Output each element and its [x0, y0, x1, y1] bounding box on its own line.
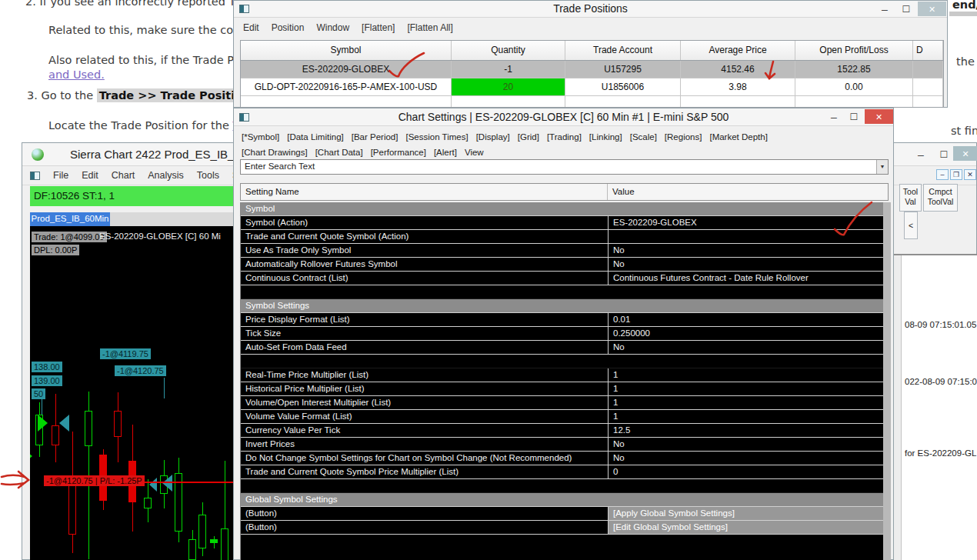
- setting-value[interactable]: ES-202209-GLOBEX: [608, 216, 883, 229]
- setting-value[interactable]: 0.01: [608, 313, 883, 326]
- toolbar-button-tool-val[interactable]: Tool Val: [899, 184, 922, 212]
- maximize-button[interactable]: ☐: [896, 2, 916, 15]
- setting-row-tick-size[interactable]: Tick Size0.250000: [241, 327, 883, 341]
- menu-item-analysis[interactable]: Analysis: [148, 170, 184, 181]
- doc-link[interactable]: and Used.: [48, 68, 105, 81]
- menu-item-linking[interactable]: [Linking]: [589, 132, 622, 142]
- setting-value[interactable]: 1: [608, 368, 883, 382]
- trade-positions-titlebar[interactable]: Trade Positions – ☐ ✕: [234, 1, 947, 18]
- column-header-trade-account[interactable]: Trade Account: [565, 41, 681, 60]
- message-log-panel[interactable]: 08-09 07:15:01.05022-08-09 07:15:0for ES…: [892, 255, 977, 560]
- close-button[interactable]: ✕: [865, 109, 893, 124]
- cell-d: [913, 61, 943, 78]
- setting-row-auto-set-from-data-feed[interactable]: Auto-Set From Data FeedNo: [241, 341, 883, 355]
- settings-scrollbar[interactable]: [883, 202, 891, 560]
- setting-value[interactable]: No: [608, 244, 883, 257]
- setting-button[interactable]: [Edit Global Symbol Settings]: [608, 521, 883, 534]
- setting-value[interactable]: 1: [608, 382, 883, 395]
- menu-item-regions[interactable]: [Regions]: [665, 132, 702, 142]
- chart-area[interactable]: Trade: 1@4099.00ES-202209-GLOBEX [C] 60 …: [30, 226, 234, 560]
- menu-item-display[interactable]: [Display]: [476, 132, 510, 142]
- column-header-symbol[interactable]: Symbol: [241, 41, 452, 60]
- menu-item-edit[interactable]: Edit: [243, 22, 259, 33]
- maximize-button[interactable]: ☐: [934, 147, 954, 162]
- menu-item-scale[interactable]: [Scale]: [630, 132, 657, 142]
- minimize-button[interactable]: –: [911, 147, 931, 162]
- chart-tab[interactable]: Prod_ES_IB_60Min: [30, 212, 110, 226]
- table-row[interactable]: ES-202209-GLOBEX-1U1572954152.461522.85: [241, 61, 943, 78]
- menu-item-chart-data[interactable]: [Chart Data]: [315, 148, 363, 157]
- menu-item-edit[interactable]: Edit: [82, 170, 98, 181]
- mdi-minimize-button[interactable]: –: [936, 169, 949, 180]
- menu-item-trading[interactable]: [Trading]: [547, 132, 582, 142]
- setting-value[interactable]: No: [608, 341, 883, 354]
- column-header-d[interactable]: D: [913, 41, 943, 60]
- close-button[interactable]: ✕: [953, 146, 977, 161]
- menu-item-chart-drawings[interactable]: [Chart Drawings]: [242, 148, 308, 157]
- setting-row-volume-value-format-list[interactable]: Volume Value Format (List)1: [241, 410, 883, 424]
- setting-row-price-display-format-list[interactable]: Price Display Format (List)0.01: [241, 313, 883, 327]
- chart-settings-titlebar[interactable]: Chart Settings | ES-202209-GLOBEX [C] 60…: [234, 108, 893, 126]
- setting-value[interactable]: No: [608, 258, 883, 271]
- setting-value[interactable]: 0.250000: [608, 327, 883, 340]
- setting-button[interactable]: [Apply Global Symbol Settings]: [608, 507, 883, 520]
- minimize-button[interactable]: –: [825, 111, 843, 123]
- setting-row-automatically-rollover-futures-symbol[interactable]: Automatically Rollover Futures SymbolNo: [241, 258, 883, 272]
- setting-row-button[interactable]: (Button)[Edit Global Symbol Settings]: [241, 521, 883, 535]
- menu-item-tools[interactable]: Tools: [197, 170, 219, 181]
- setting-row-historical-price-multiplier-list[interactable]: Historical Price Multiplier (List)1: [241, 382, 883, 396]
- setting-value[interactable]: No: [608, 452, 883, 465]
- toolbar-button-cmpct-toolval[interactable]: Cmpct ToolVal: [923, 184, 958, 212]
- setting-value[interactable]: 1: [608, 410, 883, 423]
- setting-row-trade-and-current-quote-symbol-price-multiplier-list[interactable]: Trade and Current Quote Symbol Price Mul…: [241, 465, 883, 479]
- setting-row-trade-and-current-quote-symbol-action[interactable]: Trade and Current Quote Symbol (Action): [241, 230, 883, 244]
- doc-text: 3. Go to the Trade >> Trade Positio: [27, 89, 245, 102]
- menu-item-alert[interactable]: [Alert]: [434, 148, 457, 157]
- menu-item-chart[interactable]: Chart: [112, 170, 135, 181]
- minimize-button[interactable]: –: [875, 2, 895, 15]
- dropdown-arrow-icon[interactable]: ▼: [876, 160, 888, 174]
- setting-row-currency-value-per-tick[interactable]: Currency Value Per Tick12.5: [241, 424, 883, 438]
- setting-row-continuous-contract-list[interactable]: Continuous Contract (List)Continuous Fut…: [241, 272, 883, 285]
- setting-row-symbol-action[interactable]: Symbol (Action)ES-202209-GLOBEX: [241, 216, 883, 230]
- setting-row-use-as-trade-only-symbol[interactable]: Use As Trade Only SymbolNo: [241, 244, 883, 258]
- menu-item-data-limiting[interactable]: [Data Limiting]: [287, 132, 344, 142]
- marker-triangle-left: [162, 475, 172, 492]
- search-combo[interactable]: Enter Search Text ▼: [240, 159, 889, 175]
- column-header-quantity[interactable]: Quantity: [452, 41, 565, 60]
- menu-item-flatten[interactable]: [Flatten]: [362, 22, 395, 33]
- mdi-restore-button[interactable]: ❐: [950, 169, 962, 180]
- table-row[interactable]: [241, 96, 943, 108]
- close-button[interactable]: ✕: [918, 2, 946, 16]
- column-header-open-profit-loss[interactable]: Open Profit/Loss: [795, 41, 913, 60]
- menu-item-performance[interactable]: [Performance]: [371, 148, 426, 157]
- setting-row-invert-prices[interactable]: Invert PricesNo: [241, 438, 883, 452]
- setting-name: (Button): [241, 507, 608, 520]
- mdi-close-button[interactable]: ✕: [964, 169, 976, 180]
- setting-row-button[interactable]: (Button)[Apply Global Symbol Settings]: [241, 507, 883, 521]
- setting-value[interactable]: 0: [608, 465, 883, 478]
- setting-value[interactable]: 1: [608, 396, 883, 409]
- setting-row-real-time-price-multiplier-list[interactable]: Real-Time Price Multiplier (List)1: [241, 368, 883, 382]
- menu-item-symbol[interactable]: [*Symbol]: [242, 132, 279, 142]
- menu-item-flatten-all[interactable]: [Flatten All]: [407, 22, 452, 33]
- menu-item-window[interactable]: Window: [316, 22, 349, 33]
- setting-value[interactable]: No: [608, 438, 883, 451]
- setting-value[interactable]: [608, 230, 883, 243]
- menu-item-view[interactable]: View: [465, 148, 484, 157]
- table-row[interactable]: GLD-OPT-20220916-165-P-AMEX-100-USD20U18…: [241, 78, 943, 96]
- menu-item-file[interactable]: File: [53, 170, 68, 181]
- setting-value[interactable]: Continuous Futures Contract - Date Rule …: [608, 272, 883, 285]
- menu-item-grid[interactable]: [Grid]: [518, 132, 539, 142]
- setting-row-do-not-change-symbol-settings-for-chart-on-symbol-change-not-recommended[interactable]: Do Not Change Symbol Settings for Chart …: [241, 452, 883, 465]
- menu-item-bar-period[interactable]: [Bar Period]: [352, 132, 398, 142]
- nav-left-button[interactable]: <: [904, 212, 918, 239]
- menu-item-market-depth[interactable]: [Market Depth]: [709, 132, 767, 142]
- menu-item-session-times[interactable]: [Session Times]: [405, 132, 468, 142]
- menu-item-position[interactable]: Position: [272, 22, 305, 33]
- setting-value[interactable]: 12.5: [608, 424, 883, 437]
- search-input[interactable]: Enter Search Text: [245, 162, 315, 171]
- maximize-button[interactable]: ☐: [845, 111, 863, 123]
- setting-row-volume-open-interest-multiplier-list[interactable]: Volume/Open Interest Multiplier (List)1: [241, 396, 883, 410]
- column-header-average-price[interactable]: Average Price: [681, 41, 795, 60]
